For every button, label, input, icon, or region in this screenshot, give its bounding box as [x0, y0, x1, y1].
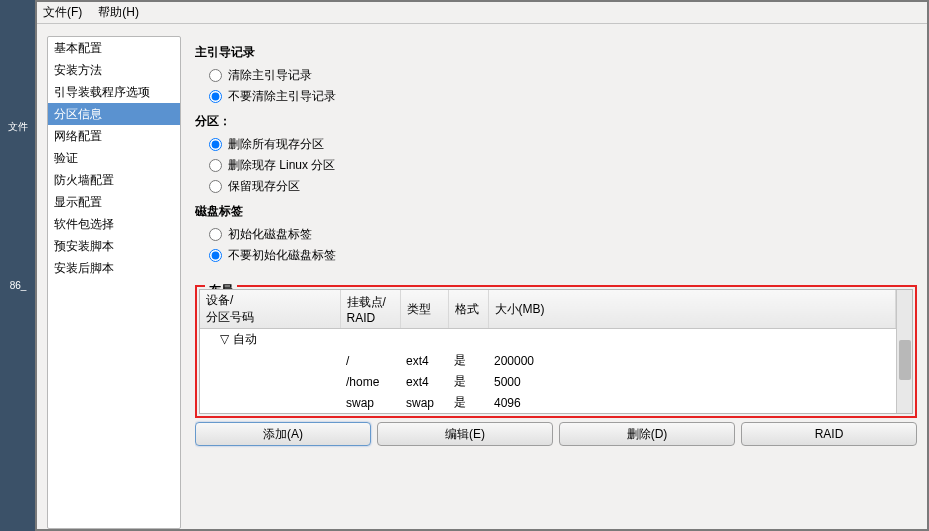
radio-init-disklabel[interactable]: 初始化磁盘标签	[209, 226, 917, 243]
cell-mount: /home	[340, 371, 400, 392]
cell-type: swap	[400, 392, 448, 413]
radio-noinit-disklabel-input[interactable]	[209, 249, 222, 262]
cell-format: 是	[448, 371, 488, 392]
menu-help[interactable]: 帮助(H)	[98, 4, 139, 21]
radio-remove-linux-label: 删除现存 Linux 分区	[228, 157, 335, 174]
desktop-icon-1[interactable]: 文件	[2, 120, 34, 134]
cell-mount: /	[340, 350, 400, 371]
main-panel: 主引导记录 清除主引导记录 不要清除主引导记录 分区： 删除所有现存分区 删除现…	[195, 36, 927, 529]
radio-keep-input[interactable]	[209, 180, 222, 193]
radio-remove-all-label: 删除所有现存分区	[228, 136, 324, 153]
cell-type: ext4	[400, 371, 448, 392]
radio-keep-label: 保留现存分区	[228, 178, 300, 195]
table-row[interactable]: /ext4是200000	[200, 350, 896, 371]
radio-remove-linux-input[interactable]	[209, 159, 222, 172]
section-title-disklabel: 磁盘标签	[195, 203, 917, 220]
menu-file[interactable]: 文件(F)	[43, 4, 82, 21]
tree-toggle-icon[interactable]: ▽	[220, 332, 230, 346]
table-row[interactable]: swapswap是4096	[200, 392, 896, 413]
table-scrollbar[interactable]	[896, 290, 912, 413]
sidebar-item-10[interactable]: 安装后脚本	[48, 257, 180, 279]
col-type[interactable]: 类型	[400, 290, 448, 329]
cell-format: 是	[448, 392, 488, 413]
raid-button[interactable]: RAID	[741, 422, 917, 446]
auto-label: 自动	[233, 332, 257, 346]
radio-clear-mbr-input[interactable]	[209, 69, 222, 82]
radio-noinit-disklabel[interactable]: 不要初始化磁盘标签	[209, 247, 917, 264]
button-row: 添加(A) 编辑(E) 删除(D) RAID	[195, 422, 917, 446]
delete-button[interactable]: 删除(D)	[559, 422, 735, 446]
cell-format: 是	[448, 350, 488, 371]
col-mount[interactable]: 挂载点/ RAID	[340, 290, 400, 329]
col-format[interactable]: 格式	[448, 290, 488, 329]
sidebar-item-7[interactable]: 显示配置	[48, 191, 180, 213]
main-window: 文件(F) 帮助(H) 基本配置安装方法引导装载程序选项分区信息网络配置验证防火…	[35, 0, 929, 531]
table-header-row: 设备/ 分区号码 挂载点/ RAID 类型 格式 大小(MB)	[200, 290, 896, 329]
desktop-icon-2[interactable]: 86_	[2, 280, 34, 291]
sidebar-item-4[interactable]: 网络配置	[48, 125, 180, 147]
table-row-auto[interactable]: ▽ 自动	[200, 329, 896, 351]
partition-table: 设备/ 分区号码 挂载点/ RAID 类型 格式 大小(MB) ▽ 自动/ext…	[199, 289, 913, 414]
scroll-thumb[interactable]	[899, 340, 911, 380]
radio-clear-mbr[interactable]: 清除主引导记录	[209, 67, 917, 84]
table-row[interactable]: /homeext4是5000	[200, 371, 896, 392]
sidebar-item-2[interactable]: 引导装载程序选项	[48, 81, 180, 103]
cell-mount: swap	[340, 392, 400, 413]
section-title-partition: 分区：	[195, 113, 917, 130]
radio-noclear-mbr-input[interactable]	[209, 90, 222, 103]
radio-clear-mbr-label: 清除主引导记录	[228, 67, 312, 84]
sidebar-item-8[interactable]: 软件包选择	[48, 213, 180, 235]
col-size[interactable]: 大小(MB)	[488, 290, 896, 329]
radio-remove-all-input[interactable]	[209, 138, 222, 151]
sidebar-item-0[interactable]: 基本配置	[48, 37, 180, 59]
radio-noclear-mbr[interactable]: 不要清除主引导记录	[209, 88, 917, 105]
sidebar-item-5[interactable]: 验证	[48, 147, 180, 169]
cell-size: 200000	[488, 350, 896, 371]
cell-size: 4096	[488, 392, 896, 413]
radio-remove-linux[interactable]: 删除现存 Linux 分区	[209, 157, 917, 174]
sidebar-item-1[interactable]: 安装方法	[48, 59, 180, 81]
radio-keep[interactable]: 保留现存分区	[209, 178, 917, 195]
sidebar-item-6[interactable]: 防火墙配置	[48, 169, 180, 191]
sidebar-item-3[interactable]: 分区信息	[48, 103, 180, 125]
layout-box: 设备/ 分区号码 挂载点/ RAID 类型 格式 大小(MB) ▽ 自动/ext…	[195, 285, 917, 418]
cell-type: ext4	[400, 350, 448, 371]
sidebar-item-9[interactable]: 预安装脚本	[48, 235, 180, 257]
radio-init-disklabel-input[interactable]	[209, 228, 222, 241]
edit-button[interactable]: 编辑(E)	[377, 422, 553, 446]
desktop-background: 文件 86_	[0, 0, 35, 531]
radio-remove-all[interactable]: 删除所有现存分区	[209, 136, 917, 153]
radio-noinit-disklabel-label: 不要初始化磁盘标签	[228, 247, 336, 264]
col-device[interactable]: 设备/ 分区号码	[200, 290, 340, 329]
layout-group: 布局 设备/ 分区号码 挂载点/ RAID 类型	[195, 274, 917, 446]
radio-noclear-mbr-label: 不要清除主引导记录	[228, 88, 336, 105]
add-button[interactable]: 添加(A)	[195, 422, 371, 446]
cell-size: 5000	[488, 371, 896, 392]
section-title-mbr: 主引导记录	[195, 44, 917, 61]
menubar: 文件(F) 帮助(H)	[37, 2, 927, 24]
partition-table-grid: 设备/ 分区号码 挂载点/ RAID 类型 格式 大小(MB) ▽ 自动/ext…	[200, 290, 896, 413]
sidebar: 基本配置安装方法引导装载程序选项分区信息网络配置验证防火墙配置显示配置软件包选择…	[47, 36, 181, 529]
content-area: 基本配置安装方法引导装载程序选项分区信息网络配置验证防火墙配置显示配置软件包选择…	[37, 24, 927, 529]
radio-init-disklabel-label: 初始化磁盘标签	[228, 226, 312, 243]
